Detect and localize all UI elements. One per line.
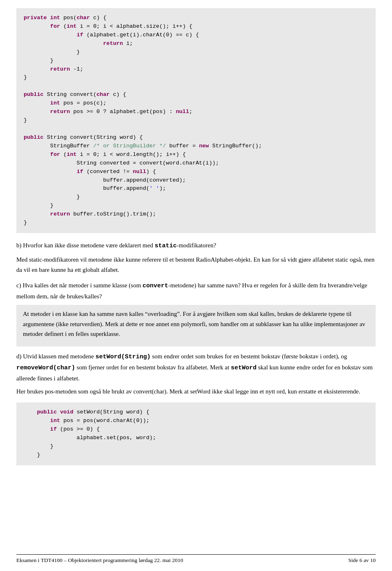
question-d-label: d) Utvid klassen med metodene setWord(St… [16, 351, 376, 383]
question-d-end1: som fjerner ordet for en bestemt bokstav… [75, 364, 231, 371]
question-b-label: b) Hvorfor kan ikke disse metodene være … [16, 240, 376, 251]
question-d-mid: som endrer ordet som brukes for en beste… [151, 353, 347, 360]
question-d-code1: setWord(String) [96, 353, 151, 360]
question-c-text: c) Hva kalles det når metoder i samme kl… [16, 282, 143, 289]
footer: Eksamen i TDT4100 – Objektorientert prog… [16, 554, 376, 564]
question-d-text: d) Utvid klassen med metodene [16, 353, 96, 360]
answer-b-text: Med static-modifikatoren vil metodene ik… [16, 255, 376, 275]
footer-left: Eksamen i TDT4100 – Objektorientert prog… [16, 557, 183, 564]
page: private int pos(char c) { for (int i = 0… [0, 0, 392, 571]
code-block-2: public void setWord(String word) { int p… [16, 402, 376, 465]
question-b-text: b) Hvorfor kan ikke disse metodene være … [16, 242, 155, 249]
footer-right: Side 6 av 10 [348, 557, 376, 564]
question-c-label: c) Hva kalles det når metoder i samme kl… [16, 280, 376, 302]
question-b-code: static [155, 242, 177, 249]
answer-d-note: Her brukes pos-metoden som også ble bruk… [16, 387, 376, 397]
code-block-1: private int pos(char c) { for (int i = 0… [16, 8, 376, 233]
answer-d-note-text: Her brukes pos-metoden som også ble bruk… [16, 387, 376, 397]
question-c-code: convert [143, 282, 168, 289]
question-d-code3: setWord [231, 364, 256, 371]
answer-b: Med static-modifikatoren vil metodene ik… [16, 255, 376, 275]
question-d-code2: removeWord(char) [16, 364, 75, 371]
answer-c-block: At metoder i en klasse kan ha samme navn… [16, 305, 376, 347]
answer-c-text: At metoder i en klasse kan ha samme navn… [23, 309, 369, 339]
question-b-end: -modifikatoren? [177, 242, 216, 249]
